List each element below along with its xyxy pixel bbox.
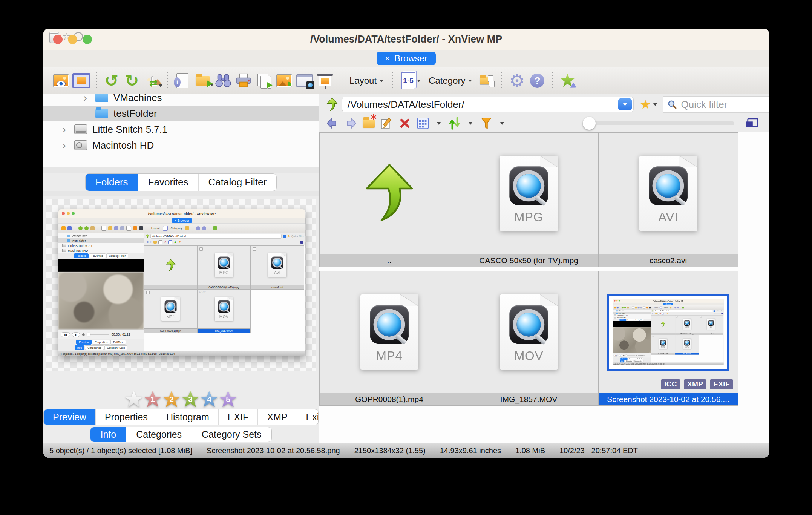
zoom-window-button[interactable] [83,35,92,44]
close-tab-icon[interactable]: × [385,54,390,63]
tab-preview[interactable]: Preview [44,409,95,425]
mini-favorites-star-icon: ★ [287,234,290,238]
up-arrow-icon [326,98,339,112]
print-button[interactable] [233,71,254,91]
info-button[interactable]: i [172,71,193,91]
tab-exiftool[interactable]: ExifTool [297,409,319,425]
thumbnail-size-slider[interactable] [584,121,734,125]
tab-histogram[interactable]: Histogram [157,409,218,425]
path-dropdown-button[interactable] [618,98,632,110]
move-to-button[interactable] [274,71,294,91]
tab-properties[interactable]: Properties [95,409,157,425]
view-mode-button[interactable] [415,116,431,130]
path-bar: /Volumes/DATA/testFolder/ ★ Quick filter [319,94,769,115]
quicktime-doc-icon: MP4 [360,294,418,370]
info-tabs: Info Categories Category Sets [43,426,319,443]
file-tile-mov[interactable]: MOV IMG_1857.MOV [459,271,599,406]
forward-arrow-icon [344,118,357,129]
view-image-button[interactable] [51,71,71,91]
mini-toolbar-icon [624,307,626,308]
mini-status-bar: 4 object(s) / 1 object(s) selected [568.… [613,363,724,365]
mini-browser-panel: /Volumes/DATA/testFolder/ ★ Quick filter… [144,233,305,351]
tab-browser[interactable]: × Browser [377,52,436,65]
preview-pane: /Volumes/DATA/testFolder/ - XnView MP × … [43,196,319,390]
toolbar-separator [552,72,553,89]
whats-new-button[interactable] [557,71,578,91]
tree-item-macintosh-hd[interactable]: › Macintosh HD [43,137,319,153]
rename-button[interactable] [379,116,395,130]
file-tile-screenshot-selected[interactable]: /Volumes/DATA/testFolder/ - XnView MP × … [598,271,738,406]
tab-categories[interactable]: Categories [126,427,192,442]
layout-menu-button[interactable]: Layout [345,75,388,86]
tab-category-sets[interactable]: Category Sets [192,427,271,442]
mini-seek-slider [87,334,109,335]
path-combo[interactable]: /Volumes/DATA/testFolder/ [342,97,634,112]
quicktime-doc-icon: MPG [500,156,558,231]
tab-info[interactable]: Info [90,427,126,442]
info-page-icon: i [176,73,188,88]
rating-star-4[interactable]: 4 [200,391,218,408]
sort-button[interactable] [447,116,463,130]
tab-browser-label: Browser [394,53,427,64]
open-with-button[interactable] [193,71,213,91]
expand-chevron-icon[interactable]: › [58,139,70,151]
slideshow-button[interactable] [315,71,335,91]
tab-xmp[interactable]: XMP [257,409,296,425]
help-button[interactable]: ? [527,71,547,91]
file-tile-up[interactable]: .. [319,132,459,267]
tab-favorites[interactable]: Favorites [138,174,198,191]
expand-chevron-icon[interactable]: › [58,124,70,135]
rating-star-2[interactable]: 2 [162,391,181,408]
path-field[interactable]: /Volumes/DATA/testFolder/ [342,99,618,110]
slider-knob[interactable] [583,117,596,130]
delete-button[interactable] [397,116,413,130]
tab-exif[interactable]: EXIF [218,409,258,425]
rating-star-0[interactable] [125,391,143,408]
mini-file-tile: MPG CASCO 50x50 (for-TV).mpg [197,245,251,290]
copy-to-button[interactable] [254,71,274,91]
expand-chevron-icon[interactable]: › [80,94,91,103]
convert-button[interactable]: ⇄ [142,71,162,91]
tab-catalog-filter[interactable]: Catalog Filter [198,174,277,191]
panel-layout-button[interactable] [745,118,758,129]
rating-star-1[interactable]: 1 [144,391,162,408]
sort-dropdown[interactable] [465,116,476,130]
capture-button[interactable] [294,71,315,91]
settings-button[interactable]: ⚙ [507,71,527,91]
tree-item-little-snitch[interactable]: › Little Snitch 5.7.1 [43,121,319,137]
filter-button[interactable] [478,116,494,130]
go-up-button[interactable] [325,97,340,112]
search-button[interactable] [213,71,233,91]
file-tile-mpg[interactable]: MPG CASCO 50x50 (for-TV).mpg [459,132,599,267]
view-mode-dropdown[interactable] [433,116,444,130]
minimize-window-button[interactable] [68,35,77,44]
redo-button[interactable]: ↻ [122,71,142,91]
fullscreen-button[interactable] [71,71,92,91]
category-menu-button[interactable]: Category [424,75,476,86]
close-window-button[interactable] [53,35,63,44]
undo-button[interactable]: ↺ [101,71,122,91]
file-label: CASCO 50x50 (for-TV).mpg [459,254,598,267]
tree-item-vmachines[interactable]: › VMachines [43,94,319,106]
selected-thumbnail-frame: /Volumes/DATA/testFolder/ - XnView MP × … [608,294,729,370]
back-button[interactable] [325,116,340,130]
forward-button[interactable] [343,116,359,130]
favorites-button[interactable]: ★ [640,97,657,112]
mini-file-tile: MP4 GOPR0008(1).mp4 [144,289,198,333]
file-tile-avi[interactable]: ☆ AVI casco2.avi [598,132,738,267]
chevron-down-icon [437,122,441,125]
rating-star-3[interactable]: 3 [181,391,199,408]
rating-star-5[interactable]: 5 [219,391,237,408]
tree-item-testfolder[interactable]: testFolder [43,106,319,121]
file-tile-mp4[interactable]: MP4 GOPR0008(1).mp4 [319,271,459,406]
chevron-down-icon [653,103,657,106]
chevron-down-icon [623,103,627,106]
filter-dropdown[interactable] [496,116,508,130]
thumbnail-pages-button[interactable]: 1-5 [398,71,424,91]
quick-filter-input[interactable]: Quick filter [663,96,769,113]
category-tree-button[interactable] [476,71,497,91]
mini-toolbar-icon [78,226,83,230]
tab-folders[interactable]: Folders [86,174,138,191]
new-folder-button[interactable]: ∗ [361,116,377,130]
mini-play-button: ▶ [72,332,80,337]
